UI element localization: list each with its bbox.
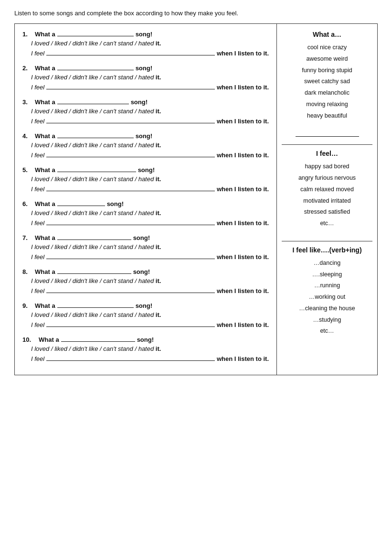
instructions: Listen to some songs and complete the bo… <box>14 10 378 17</box>
when-i-listen-label: when I listen to it. <box>217 50 269 57</box>
when-i-listen-label: when I listen to it. <box>217 84 269 91</box>
choices-text: loved / liked / didn't like / can't stan… <box>34 311 154 318</box>
when-i-listen-label: when I listen to it. <box>217 253 269 261</box>
i-feel-like-word-row: ….sleeping <box>282 269 372 281</box>
song-blank[interactable] <box>57 233 131 240</box>
song-blank[interactable] <box>57 98 129 104</box>
choices-text: loved / liked / didn't like / can't stan… <box>34 40 154 47</box>
song-blank[interactable] <box>57 267 131 274</box>
song-blank[interactable] <box>57 64 134 70</box>
feel-blank[interactable] <box>46 320 215 327</box>
it-label: it. <box>154 141 161 149</box>
choices-text: loved / liked / didn't like / can't stan… <box>34 209 154 217</box>
i-feel-label: I feel <box>31 50 44 57</box>
i-feel-like-word-row: …cleaning the house <box>282 303 372 315</box>
song-blank[interactable] <box>57 131 134 138</box>
song-label: song! <box>136 31 152 38</box>
question-number: 7. <box>22 234 33 241</box>
question-number: 5. <box>22 166 33 174</box>
feel-blank[interactable] <box>46 286 215 293</box>
feel-line-3: I feelwhen I listen to it. <box>31 117 269 125</box>
what-a-label: What a <box>35 31 55 38</box>
feel-line-7: I feelwhen I listen to it. <box>31 252 269 261</box>
feel-blank[interactable] <box>46 151 215 157</box>
choice-line-9: I loved / liked / didn't like / can't st… <box>31 311 269 318</box>
feel-line-2: I feelwhen I listen to it. <box>31 83 269 91</box>
question-line-9: 9.What asong! <box>22 301 269 309</box>
feel-blank[interactable] <box>46 354 215 361</box>
when-i-listen-label: when I listen to it. <box>217 355 269 362</box>
question-block-7: 7.What asong!I loved / liked / didn't li… <box>22 233 269 261</box>
what-a-label: What a <box>39 336 59 343</box>
i-feel-word-row: etc… <box>282 218 372 229</box>
i-feel-label: I feel <box>31 118 44 125</box>
song-blank[interactable] <box>57 199 105 206</box>
i-feel-title: I feel… <box>282 150 372 157</box>
feel-blank[interactable] <box>46 185 215 191</box>
feel-line-9: I feelwhen I listen to it. <box>31 320 269 328</box>
what-a-word-row: moving relaxing <box>282 99 372 110</box>
it-label: it. <box>154 108 161 115</box>
question-line-8: 8.What asong! <box>22 267 269 275</box>
question-line-10: 10.What asong! <box>22 335 269 343</box>
feel-line-10: I feelwhen I listen to it. <box>31 354 269 362</box>
feel-blank[interactable] <box>46 83 215 89</box>
i-feel-like-word-row: …dancing <box>282 258 372 269</box>
i-feel-like-section: I feel like….(verb+ing) …dancing….sleepi… <box>282 246 372 337</box>
left-panel: 1.What asong!I loved / liked / didn't li… <box>15 24 277 375</box>
choice-line-5: I loved / liked / didn't like / can't st… <box>31 175 269 183</box>
choice-line-7: I loved / liked / didn't like / can't st… <box>31 243 269 250</box>
right-divider-1 <box>282 144 372 145</box>
i-feel-label: I feel <box>31 152 44 159</box>
song-label: song! <box>131 98 148 106</box>
question-line-7: 7.What asong! <box>22 233 269 241</box>
choices-text: loved / liked / didn't like / can't stan… <box>34 243 154 250</box>
feel-line-5: I feelwhen I listen to it. <box>31 185 269 193</box>
feel-blank[interactable] <box>46 252 215 259</box>
song-blank[interactable] <box>57 165 136 172</box>
when-i-listen-label: when I listen to it. <box>217 118 269 125</box>
when-i-listen-label: when I listen to it. <box>217 152 269 159</box>
feel-blank[interactable] <box>46 218 215 225</box>
feel-line-8: I feelwhen I listen to it. <box>31 286 269 294</box>
choice-line-8: I loved / liked / didn't like / can't st… <box>31 277 269 284</box>
choices-text: loved / liked / didn't like / can't stan… <box>34 74 154 81</box>
what-a-word-row: cool nice crazy <box>282 42 372 54</box>
it-label: it. <box>154 277 161 284</box>
song-label: song! <box>136 302 152 309</box>
what-a-label: What a <box>35 132 55 140</box>
i-feel-label: I feel <box>31 219 44 227</box>
what-a-section: What a… cool nice crazyawesome weirdfunn… <box>282 31 372 121</box>
right-panel: What a… cool nice crazyawesome weirdfunn… <box>277 24 377 375</box>
question-block-2: 2.What asong!I loved / liked / didn't li… <box>22 64 269 91</box>
feel-blank[interactable] <box>46 117 215 123</box>
question-block-10: 10.What asong!I loved / liked / didn't l… <box>22 335 269 362</box>
question-block-8: 8.What asong!I loved / liked / didn't li… <box>22 267 269 294</box>
choice-line-6: I loved / liked / didn't like / can't st… <box>31 209 269 217</box>
right-separator-blank <box>296 131 359 137</box>
question-number: 8. <box>22 268 33 275</box>
song-blank[interactable] <box>57 30 134 36</box>
i-feel-label: I feel <box>31 321 44 328</box>
song-label: song! <box>136 65 152 72</box>
question-line-5: 5.What asong! <box>22 165 269 174</box>
song-blank[interactable] <box>57 301 134 308</box>
i-feel-label: I feel <box>31 185 44 193</box>
choices-text: loved / liked / didn't like / can't stan… <box>34 108 154 115</box>
i-feel-word-row: motivated irritated <box>282 196 372 207</box>
i-feel-like-word-row: etc… <box>282 326 372 337</box>
it-label: it. <box>154 209 161 217</box>
choices-text: loved / liked / didn't like / can't stan… <box>34 175 154 183</box>
feel-blank[interactable] <box>46 49 215 55</box>
question-block-3: 3.What asong!I loved / liked / didn't li… <box>22 98 269 125</box>
it-label: it. <box>154 74 161 81</box>
what-a-label: What a <box>35 302 55 309</box>
i-feel-word-row: happy sad bored <box>282 161 372 173</box>
choices-text: loved / liked / didn't like / can't stan… <box>34 277 154 284</box>
i-feel-label: I feel <box>31 84 44 91</box>
what-a-words: cool nice crazyawesome weirdfunny boring… <box>282 42 372 121</box>
song-blank[interactable] <box>61 335 135 342</box>
i-feel-like-word-row: …working out <box>282 292 372 303</box>
what-a-label: What a <box>35 234 55 241</box>
question-block-4: 4.What asong!I loved / liked / didn't li… <box>22 131 269 159</box>
